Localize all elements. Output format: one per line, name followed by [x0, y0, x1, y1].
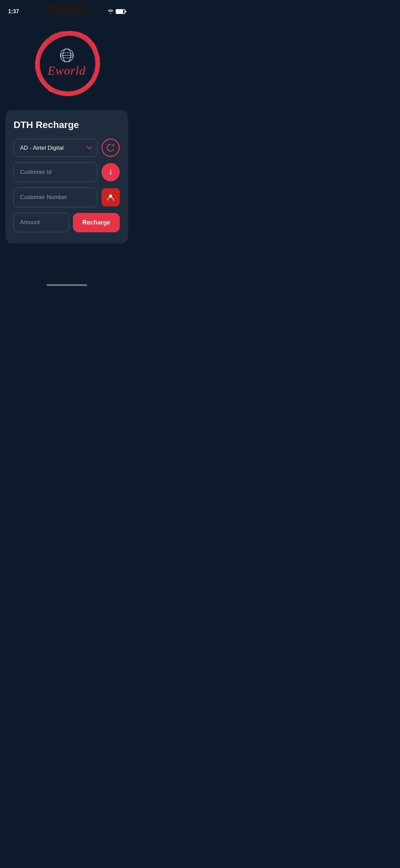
- refresh-icon: [106, 143, 116, 153]
- svg-rect-7: [110, 172, 111, 175]
- logo-container: Eworld: [33, 29, 101, 96]
- logo-area: Eworld: [0, 29, 133, 96]
- home-indicator: [46, 284, 87, 286]
- provider-dropdown-wrapper: AD - Airtel Digital Tata Sky Dish TV Sun…: [14, 139, 97, 157]
- customer-number-row: [14, 187, 120, 207]
- form-title: DTH Recharge: [14, 120, 120, 130]
- battery-icon: [116, 9, 125, 14]
- customer-id-input[interactable]: [14, 162, 97, 182]
- person-icon: [106, 193, 115, 202]
- status-time: 1:37: [8, 8, 19, 15]
- info-icon: [106, 168, 115, 177]
- wifi-icon: [108, 9, 114, 14]
- amount-recharge-row: Recharge: [14, 213, 120, 232]
- refresh-button[interactable]: [101, 139, 120, 157]
- customer-id-row: [14, 162, 120, 182]
- contact-button[interactable]: [101, 188, 120, 206]
- logo-text: Eworld: [47, 64, 85, 78]
- svg-point-6: [110, 170, 111, 171]
- dropdown-row: AD - Airtel Digital Tata Sky Dish TV Sun…: [14, 139, 120, 157]
- dynamic-island: [46, 3, 87, 15]
- status-bar: 1:37: [0, 0, 133, 18]
- globe-icon: [59, 47, 75, 64]
- provider-dropdown[interactable]: AD - Airtel Digital Tata Sky Dish TV Sun…: [14, 139, 97, 157]
- amount-input[interactable]: [14, 213, 69, 232]
- info-button[interactable]: [101, 163, 120, 181]
- recharge-button[interactable]: Recharge: [73, 213, 120, 232]
- form-card: DTH Recharge AD - Airtel Digital Tata Sk…: [5, 110, 128, 243]
- customer-number-input[interactable]: [14, 187, 97, 207]
- svg-point-0: [88, 40, 90, 43]
- svg-point-1: [90, 43, 91, 45]
- status-icons: [108, 9, 125, 14]
